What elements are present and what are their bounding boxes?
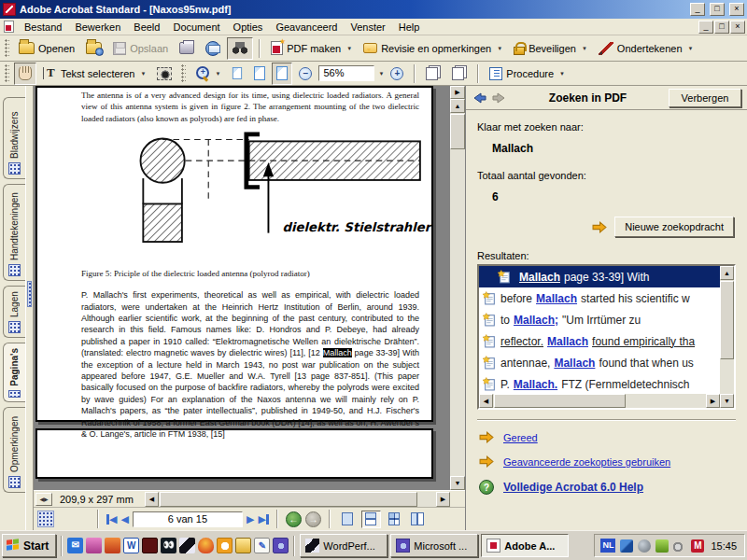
mdi-close-button[interactable]: × bbox=[730, 21, 745, 34]
toolbar-grip[interactable] bbox=[5, 39, 9, 58]
beveiligen-button[interactable]: Beveiligen▼ bbox=[509, 37, 592, 60]
zoom-dropdown-icon[interactable]: ▼ bbox=[378, 71, 384, 77]
scroll-menu-icon[interactable]: ▶ bbox=[450, 86, 465, 99]
scroll-down-icon[interactable]: ▼ bbox=[450, 476, 465, 490]
next-view-button[interactable] bbox=[447, 63, 472, 85]
task-wordperfect[interactable]: WordPerf... bbox=[300, 534, 388, 557]
procedure-button[interactable]: Procedure▼ bbox=[485, 63, 570, 85]
vertical-scrollbar[interactable]: ▶ ▲ ▼ bbox=[450, 86, 465, 490]
search-result-item[interactable]: to Mallach; "Um Irrtümer zu bbox=[479, 309, 720, 330]
fit-width-button[interactable] bbox=[272, 63, 292, 85]
pdf-maken-button[interactable]: PDF maken▼ bbox=[266, 37, 357, 60]
toolbar-grip[interactable] bbox=[5, 64, 9, 83]
advanced-search-link[interactable]: Geavanceerde zoekopties gebruiken bbox=[503, 456, 670, 468]
panel-splitter[interactable] bbox=[25, 86, 34, 530]
toolbar-grip[interactable] bbox=[181, 64, 186, 83]
facing-layout-button[interactable] bbox=[385, 511, 404, 528]
splitter-grip[interactable] bbox=[27, 281, 32, 307]
scroll-up-icon[interactable]: ▲ bbox=[450, 99, 465, 113]
done-link[interactable]: Gereed bbox=[503, 432, 538, 443]
results-vscrollbar[interactable]: ▲ ▼ bbox=[720, 266, 734, 408]
scroll-right-icon[interactable]: ▶ bbox=[706, 394, 720, 408]
zoom-level-field[interactable]: 56% bbox=[318, 65, 374, 81]
fit-page-button[interactable] bbox=[249, 63, 270, 85]
results-hscrollbar[interactable]: ◀ ▶ bbox=[479, 394, 720, 408]
snapshot-button[interactable] bbox=[152, 63, 176, 85]
single-page-layout-button[interactable] bbox=[338, 511, 358, 528]
splitbar-handle-icon[interactable]: ◀▶ bbox=[35, 493, 52, 506]
menu-venster[interactable]: Venster bbox=[344, 21, 391, 34]
mdi-minimize-button[interactable]: _ bbox=[698, 21, 713, 34]
tab-paginas[interactable]: Pagina's bbox=[3, 343, 25, 402]
next-view-button[interactable]: → bbox=[305, 511, 321, 527]
menu-help[interactable]: Help bbox=[392, 21, 427, 34]
previous-page-button[interactable]: ◀ bbox=[120, 514, 128, 525]
open-web-button[interactable] bbox=[81, 37, 106, 60]
menu-beeld[interactable]: Beeld bbox=[127, 21, 166, 34]
clock-icon[interactable] bbox=[217, 538, 233, 553]
scroll-left-icon[interactable]: ◀ bbox=[479, 394, 493, 408]
scroll-left-icon[interactable]: ◀ bbox=[145, 492, 159, 507]
page-number-field[interactable]: 6 van 15 bbox=[133, 511, 243, 527]
menu-document[interactable]: Document bbox=[166, 21, 226, 34]
scroll-thumb[interactable] bbox=[494, 394, 626, 408]
continuous-layout-button[interactable] bbox=[361, 511, 381, 528]
search-result-item[interactable]: antennae, Mallach found that when us bbox=[479, 352, 720, 373]
search-result-item[interactable]: before Mallach started his scientific w bbox=[479, 287, 720, 309]
mcafee-icon[interactable]: M bbox=[691, 539, 704, 553]
toolbar-grip[interactable] bbox=[37, 511, 54, 527]
forward-arrow-icon[interactable] bbox=[492, 92, 507, 104]
zoom-out-button[interactable]: − bbox=[294, 63, 317, 85]
update-icon[interactable] bbox=[638, 539, 651, 553]
browser-icon[interactable] bbox=[273, 538, 289, 553]
print-button[interactable] bbox=[175, 37, 199, 60]
notes-icon[interactable]: ✎ bbox=[254, 538, 270, 553]
select-text-button[interactable]: Tekst selecteren▼ bbox=[38, 63, 150, 85]
ondertekenen-button[interactable]: Ondertekenen▼ bbox=[594, 37, 698, 60]
antivirus-icon[interactable] bbox=[655, 539, 669, 553]
minimize-button[interactable]: _ bbox=[690, 3, 705, 16]
pages-canvas[interactable]: The antenna is of a very advanced design… bbox=[34, 86, 450, 490]
first-page-button[interactable]: ◀ bbox=[106, 514, 117, 525]
start-button[interactable]: Start bbox=[2, 534, 56, 557]
tab-lagen[interactable]: Lagen bbox=[3, 286, 25, 338]
zoom-in-button[interactable]: + bbox=[386, 63, 408, 85]
scroll-thumb[interactable] bbox=[720, 281, 734, 359]
new-search-button[interactable]: Nieuwe zoekopdracht bbox=[614, 217, 734, 237]
acrobat-help-link[interactable]: Volledige Acrobat 6.0 Help bbox=[503, 481, 643, 494]
previous-view-button[interactable]: ← bbox=[286, 511, 302, 527]
viewer-icon[interactable]: 👀 bbox=[161, 538, 176, 553]
last-page-button[interactable]: ▶ bbox=[258, 514, 268, 525]
restore-button[interactable]: □ bbox=[710, 3, 725, 16]
language-indicator[interactable]: NL bbox=[600, 539, 615, 553]
revisie-button[interactable]: Revisie en opmerkingen▼ bbox=[359, 37, 507, 60]
scroll-down-icon[interactable]: ▼ bbox=[720, 394, 734, 408]
pdf-page-6[interactable]: The antenna is of a very advanced design… bbox=[35, 86, 433, 422]
menu-bestand[interactable]: Bestand bbox=[18, 21, 68, 34]
search-button[interactable] bbox=[227, 37, 253, 60]
tab-bladwijzers[interactable]: Bladwijzers bbox=[3, 97, 25, 179]
close-button[interactable]: × bbox=[729, 3, 744, 16]
scroll-thumb[interactable] bbox=[450, 114, 465, 149]
menu-bewerken[interactable]: Bewerken bbox=[68, 21, 127, 34]
previous-view-button[interactable] bbox=[421, 63, 445, 85]
menu-opties[interactable]: Opties bbox=[227, 21, 270, 34]
hand-tool-button[interactable] bbox=[14, 63, 36, 85]
task-adobe-acrobat[interactable]: Adobe A... bbox=[481, 534, 569, 557]
mouse-icon[interactable] bbox=[673, 539, 686, 553]
tab-handtekeningen[interactable]: Handtekeningen bbox=[3, 184, 25, 281]
task-microsoft[interactable]: Microsoft ... bbox=[390, 534, 478, 557]
photo-icon[interactable] bbox=[142, 538, 158, 553]
media-icon[interactable] bbox=[105, 538, 120, 553]
back-arrow-icon[interactable] bbox=[472, 92, 486, 104]
network-icon[interactable] bbox=[620, 539, 633, 553]
folder-icon[interactable] bbox=[235, 538, 251, 553]
horizontal-scrollbar[interactable]: ◀ ▶ bbox=[145, 492, 450, 507]
mdi-restore-button[interactable]: □ bbox=[714, 21, 729, 34]
wordperfect-icon[interactable] bbox=[179, 538, 195, 553]
messenger-icon[interactable] bbox=[86, 538, 102, 553]
scroll-track[interactable] bbox=[450, 113, 465, 476]
save-button[interactable]: Opslaan bbox=[108, 37, 173, 60]
email-button[interactable] bbox=[201, 37, 225, 60]
tab-opmerkingen[interactable]: Opmerkingen bbox=[3, 407, 25, 493]
